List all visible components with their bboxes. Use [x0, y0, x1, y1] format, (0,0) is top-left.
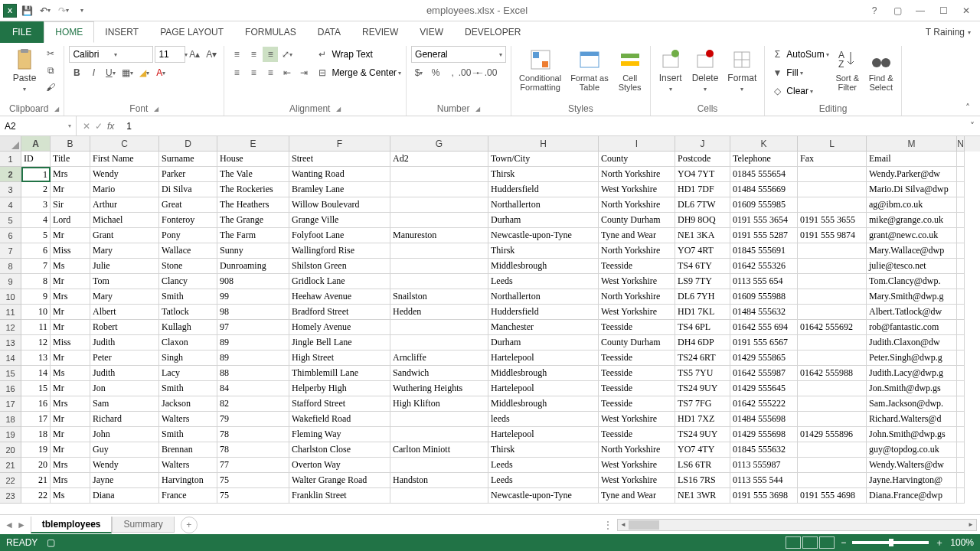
- cell[interactable]: 01429 555698: [730, 427, 798, 442]
- cell[interactable]: Teesside: [599, 320, 675, 335]
- cell[interactable]: 01609 555985: [730, 197, 798, 213]
- cell[interactable]: Thimblemill Lane: [289, 366, 390, 381]
- cell[interactable]: Teesside: [599, 396, 675, 412]
- cell[interactable]: Jingle Bell Lane: [289, 335, 390, 350]
- cell[interactable]: [957, 427, 965, 442]
- align-right-icon[interactable]: ≡: [263, 65, 278, 80]
- cell[interactable]: Wallace: [159, 243, 217, 259]
- undo-icon[interactable]: ↶▾: [37, 2, 54, 19]
- cell[interactable]: Huddersfield: [488, 182, 599, 197]
- zoom-out-icon[interactable]: −: [841, 537, 846, 548]
- cell[interactable]: [390, 274, 488, 289]
- column-header-G[interactable]: G: [390, 136, 488, 152]
- column-header-A[interactable]: A: [21, 136, 51, 152]
- cell[interactable]: 01845 555654: [730, 167, 798, 182]
- cell[interactable]: 77: [217, 458, 289, 473]
- tab-file[interactable]: FILE: [0, 21, 44, 43]
- cell[interactable]: Handston: [390, 473, 488, 488]
- cell[interactable]: [957, 442, 965, 458]
- format-painter-icon[interactable]: 🖌: [43, 80, 58, 95]
- cell[interactable]: DL6 7TW: [675, 197, 730, 213]
- cell[interactable]: 0191 555 5287: [730, 228, 798, 243]
- cell[interactable]: County Durham: [599, 335, 675, 350]
- cell[interactable]: Ad2: [390, 152, 488, 167]
- cell[interactable]: LS16 7RS: [675, 473, 730, 488]
- increase-indent-icon[interactable]: ⇥: [296, 65, 312, 80]
- column-header-B[interactable]: B: [51, 136, 90, 152]
- cell[interactable]: Mrs: [51, 289, 90, 305]
- cell[interactable]: 82: [217, 396, 289, 412]
- find-select-button[interactable]: Find & Select: [866, 46, 897, 93]
- formula-bar[interactable]: 1: [120, 121, 965, 132]
- cancel-formula-icon[interactable]: ✕: [83, 121, 90, 132]
- fx-icon[interactable]: fx: [107, 121, 114, 132]
- cell[interactable]: [957, 381, 965, 396]
- redo-icon[interactable]: ↷▾: [55, 2, 72, 19]
- cell[interactable]: 0113 555 544: [730, 473, 798, 488]
- column-header-I[interactable]: I: [599, 136, 675, 152]
- select-all-corner[interactable]: [0, 136, 21, 152]
- cell[interactable]: Northallerton: [488, 197, 599, 213]
- cell[interactable]: Mr: [51, 442, 90, 458]
- cell[interactable]: Mr: [51, 427, 90, 442]
- cell[interactable]: Arncliffe: [390, 350, 488, 366]
- cell[interactable]: 0113 555 654: [730, 274, 798, 289]
- cell[interactable]: Tyne and Wear: [599, 488, 675, 504]
- cell[interactable]: Tatlock: [159, 305, 217, 320]
- row-header[interactable]: 11: [0, 305, 21, 320]
- row-header[interactable]: 23: [0, 488, 21, 504]
- expand-formula-bar-icon[interactable]: ˅: [965, 119, 980, 134]
- cell[interactable]: [798, 473, 867, 488]
- zoom-level[interactable]: 100%: [950, 537, 974, 548]
- cell[interactable]: Manchester: [488, 320, 599, 335]
- cell[interactable]: House: [217, 152, 289, 167]
- cell[interactable]: Hedden: [390, 305, 488, 320]
- cell[interactable]: [798, 350, 867, 366]
- cut-icon[interactable]: ✂: [43, 46, 58, 61]
- cell[interactable]: Leeds: [488, 274, 599, 289]
- cell[interactable]: Durham: [488, 213, 599, 228]
- cell[interactable]: 17: [21, 412, 51, 427]
- align-bottom-icon[interactable]: ≡: [263, 47, 278, 62]
- cell[interactable]: [957, 396, 965, 412]
- cell[interactable]: [798, 197, 867, 213]
- user-account[interactable]: T Raining ▾: [916, 21, 980, 43]
- cell[interactable]: LS9 7TY: [675, 274, 730, 289]
- cell[interactable]: 2: [21, 182, 51, 197]
- cell[interactable]: Clancy: [159, 274, 217, 289]
- cell[interactable]: [957, 167, 965, 182]
- cell[interactable]: [957, 259, 965, 274]
- cell[interactable]: Carlton Miniott: [390, 442, 488, 458]
- cell[interactable]: 75: [217, 488, 289, 504]
- decrease-indent-icon[interactable]: ⇤: [279, 65, 295, 80]
- cell[interactable]: [957, 366, 965, 381]
- cell[interactable]: [957, 243, 965, 259]
- cell[interactable]: 88: [217, 366, 289, 381]
- row-header[interactable]: 12: [0, 320, 21, 335]
- cell[interactable]: 12: [21, 335, 51, 350]
- cell[interactable]: YO7 4RT: [675, 243, 730, 259]
- cell[interactable]: Mr: [51, 305, 90, 320]
- cell[interactable]: Bradford Street: [289, 305, 390, 320]
- row-header[interactable]: 2: [0, 167, 21, 182]
- cell[interactable]: The Farm: [217, 228, 289, 243]
- collapse-ribbon-icon[interactable]: ˄: [960, 100, 975, 116]
- cell[interactable]: [957, 458, 965, 473]
- cell[interactable]: [390, 458, 488, 473]
- cell[interactable]: Jon: [90, 381, 159, 396]
- cell[interactable]: Newcastle-upon-Tyne: [488, 228, 599, 243]
- cell[interactable]: Sunny: [217, 243, 289, 259]
- cell[interactable]: [957, 320, 965, 335]
- cell[interactable]: West Yorkshire: [599, 473, 675, 488]
- tab-developer[interactable]: DEVELOPER: [454, 21, 531, 43]
- column-header-N[interactable]: N: [957, 136, 965, 152]
- currency-icon[interactable]: $▾: [411, 65, 426, 80]
- row-header[interactable]: 3: [0, 182, 21, 197]
- cell[interactable]: Wendy: [90, 167, 159, 182]
- cell[interactable]: Diana.France@dwp: [867, 488, 957, 504]
- cell[interactable]: 4: [21, 213, 51, 228]
- close-icon[interactable]: ✕: [956, 2, 977, 19]
- column-header-K[interactable]: K: [730, 136, 798, 152]
- tab-data[interactable]: DATA: [307, 21, 351, 43]
- cell[interactable]: Walter Grange Road: [289, 473, 390, 488]
